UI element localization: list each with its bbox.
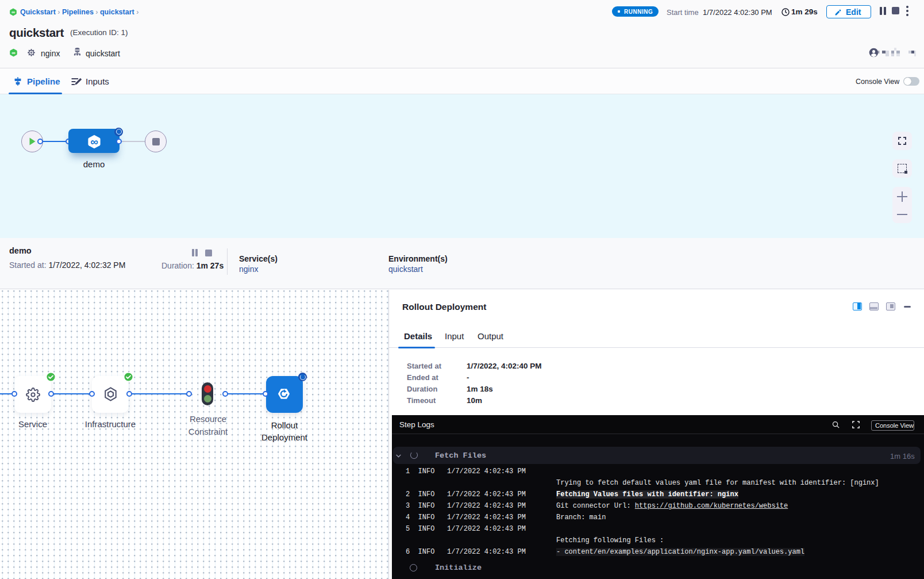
svg-text:∞: ∞ xyxy=(90,136,98,148)
svg-text:∞: ∞ xyxy=(11,9,15,15)
svg-text:∞: ∞ xyxy=(11,50,16,56)
